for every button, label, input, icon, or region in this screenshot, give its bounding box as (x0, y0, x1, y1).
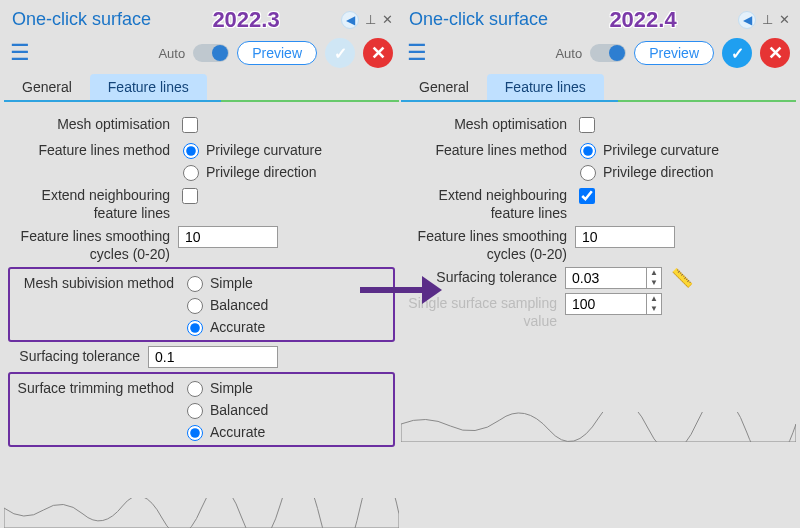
ok-button[interactable]: ✓ (325, 38, 355, 68)
highlight-surface-trimming: Surface trimming method Simple Balanced … (8, 372, 395, 447)
hamburger-menu-icon[interactable]: ☰ (10, 40, 30, 66)
tab-general[interactable]: General (401, 74, 487, 102)
preview-button[interactable]: Preview (237, 41, 317, 65)
fl-method-curvature-label: Privilege curvature (206, 142, 322, 158)
fl-method-label: Feature lines method (405, 140, 575, 160)
ruler-icon[interactable]: 📏 (671, 267, 693, 289)
pin-icon[interactable]: ⊥ (762, 12, 773, 27)
form: Mesh optimisation Feature lines method P… (401, 102, 796, 330)
version-badge: 2022.4 (609, 7, 676, 33)
auto-toggle[interactable] (590, 44, 626, 62)
subdiv-accurate-label: Accurate (210, 319, 265, 335)
form: Mesh optimisation Feature lines method P… (4, 102, 399, 447)
auto-toggle[interactable] (193, 44, 229, 62)
sampling-label: Single surface sampling value (405, 293, 565, 330)
tab-feature-lines[interactable]: Feature lines (487, 74, 604, 102)
action-row: ☰ Auto Preview ✓ ✕ (401, 32, 796, 72)
subdiv-simple-label: Simple (210, 275, 253, 291)
tab-bar: General Feature lines (401, 72, 796, 102)
extend-checkbox[interactable] (579, 188, 595, 204)
surf-tol-spinner[interactable]: ▲▼ (565, 267, 662, 289)
mesh-opt-checkbox[interactable] (182, 117, 198, 133)
tab-general[interactable]: General (4, 74, 90, 102)
tab-bar: General Feature lines (4, 72, 399, 102)
fl-method-direction-radio[interactable] (183, 165, 199, 181)
surf-tol-label: Surfacing tolerance (405, 267, 565, 287)
torn-edge (401, 412, 796, 442)
smooth-label: Feature lines smoothing cycles (0-20) (8, 226, 178, 263)
tab-underline (4, 100, 399, 102)
subdiv-accurate-radio[interactable] (187, 320, 203, 336)
trim-accurate-radio[interactable] (187, 425, 203, 441)
surf-tol-input[interactable] (148, 346, 278, 368)
mesh-opt-label: Mesh optimisation (405, 114, 575, 134)
smooth-input[interactable] (178, 226, 278, 248)
ok-button[interactable]: ✓ (722, 38, 752, 68)
trim-balanced-label: Balanced (210, 402, 268, 418)
fl-method-curvature-label: Privilege curvature (603, 142, 719, 158)
panel-title: One-click surface (409, 9, 548, 30)
extend-label: Extend neighbouring feature lines (405, 185, 575, 222)
spin-up-icon: ▲ (647, 294, 661, 304)
smooth-label: Feature lines smoothing cycles (0-20) (405, 226, 575, 263)
fl-method-curvature-radio[interactable] (183, 143, 199, 159)
collapse-icon[interactable]: ◀ (738, 11, 756, 29)
smooth-input[interactable] (575, 226, 675, 248)
window-controls: ◀ ⊥ ✕ (341, 11, 393, 29)
subdiv-simple-radio[interactable] (187, 276, 203, 292)
fl-method-direction-label: Privilege direction (206, 164, 317, 180)
trim-simple-radio[interactable] (187, 381, 203, 397)
action-row: ☰ Auto Preview ✓ ✕ (4, 32, 399, 72)
spin-up-icon[interactable]: ▲ (647, 268, 661, 278)
extend-checkbox[interactable] (182, 188, 198, 204)
titlebar: One-click surface 2022.4 ◀ ⊥ ✕ (401, 4, 796, 32)
pin-icon[interactable]: ⊥ (365, 12, 376, 27)
trim-label: Surface trimming method (12, 378, 182, 398)
tab-feature-lines[interactable]: Feature lines (90, 74, 207, 102)
panel-title: One-click surface (12, 9, 151, 30)
mesh-opt-checkbox[interactable] (579, 117, 595, 133)
comparison-canvas: One-click surface 2022.3 ◀ ⊥ ✕ ☰ Auto Pr… (0, 0, 800, 528)
preview-button[interactable]: Preview (634, 41, 714, 65)
torn-edge (4, 498, 399, 528)
spin-down-icon[interactable]: ▼ (647, 278, 661, 288)
close-icon[interactable]: ✕ (382, 12, 393, 27)
fl-method-direction-label: Privilege direction (603, 164, 714, 180)
mesh-opt-label: Mesh optimisation (8, 114, 178, 134)
extend-label: Extend neighbouring feature lines (8, 185, 178, 222)
panel-2022-4: One-click surface 2022.4 ◀ ⊥ ✕ ☰ Auto Pr… (401, 4, 796, 524)
close-icon[interactable]: ✕ (779, 12, 790, 27)
subdiv-balanced-radio[interactable] (187, 298, 203, 314)
panel-2022-3: One-click surface 2022.3 ◀ ⊥ ✕ ☰ Auto Pr… (4, 4, 399, 524)
cancel-button[interactable]: ✕ (760, 38, 790, 68)
highlight-mesh-subdivision: Mesh subivision method Simple Balanced A… (8, 267, 395, 342)
sampling-input (566, 294, 646, 314)
window-controls: ◀ ⊥ ✕ (738, 11, 790, 29)
subdiv-label: Mesh subivision method (12, 273, 182, 293)
fl-method-curvature-radio[interactable] (580, 143, 596, 159)
version-badge: 2022.3 (212, 7, 279, 33)
auto-label: Auto (158, 46, 185, 61)
fl-method-label: Feature lines method (8, 140, 178, 160)
surf-tol-label: Surfacing tolerance (8, 346, 148, 366)
tab-underline (401, 100, 796, 102)
trim-accurate-label: Accurate (210, 424, 265, 440)
fl-method-direction-radio[interactable] (580, 165, 596, 181)
cancel-button[interactable]: ✕ (363, 38, 393, 68)
subdiv-balanced-label: Balanced (210, 297, 268, 313)
sampling-spinner: ▲▼ (565, 293, 662, 315)
spin-down-icon: ▼ (647, 304, 661, 314)
surf-tol-input[interactable] (566, 268, 646, 288)
trim-balanced-radio[interactable] (187, 403, 203, 419)
collapse-icon[interactable]: ◀ (341, 11, 359, 29)
trim-simple-label: Simple (210, 380, 253, 396)
auto-label: Auto (555, 46, 582, 61)
hamburger-menu-icon[interactable]: ☰ (407, 40, 427, 66)
titlebar: One-click surface 2022.3 ◀ ⊥ ✕ (4, 4, 399, 32)
